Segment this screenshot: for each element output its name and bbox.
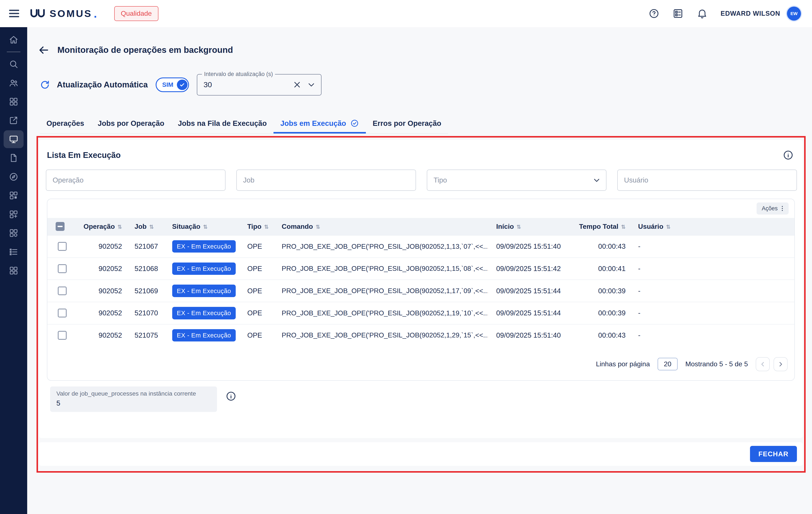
jobs-table: Ações Operação Job Situação Tipo Comando… xyxy=(47,199,795,381)
row-checkbox[interactable] xyxy=(58,242,67,251)
auto-update-toggle[interactable]: SIM xyxy=(156,78,189,92)
tab-label: Jobs em Execução xyxy=(280,119,346,127)
column-header-inicio[interactable]: Início xyxy=(488,222,568,231)
top-bar-actions: EDWARD WILSON EW xyxy=(648,7,801,21)
tab-label: Jobs por Operação xyxy=(98,119,164,127)
sort-icon xyxy=(117,222,122,231)
column-header-tipo[interactable]: Tipo xyxy=(239,222,273,231)
pagination: Linhas por página Mostrando 5 - 5 de 5 xyxy=(47,348,794,380)
column-header-job[interactable]: Job xyxy=(126,222,164,231)
cell-tempo-total: 00:00:43 xyxy=(568,331,630,339)
refresh-icon[interactable] xyxy=(40,80,50,90)
tab-bar: Operações Jobs por Operação Jobs na Fila… xyxy=(40,113,448,134)
cell-usuario: - xyxy=(630,287,794,295)
cell-comando: PRO_JOB_EXE_JOB_OPE('PRO_ESIL_JOB(902052… xyxy=(273,265,488,272)
sidebar-item-home[interactable] xyxy=(4,31,23,49)
hamburger-menu-icon[interactable] xyxy=(8,7,20,20)
cell-job: 521067 xyxy=(126,242,164,250)
user-menu[interactable]: EDWARD WILSON EW xyxy=(721,7,801,21)
sidebar-item-modules-2[interactable] xyxy=(4,205,23,223)
interval-input[interactable] xyxy=(203,81,292,89)
cell-inicio: 09/09/2025 15:51:44 xyxy=(488,309,568,317)
explore-icon xyxy=(9,172,18,181)
sidebar-item-modules-1[interactable] xyxy=(4,187,23,205)
forms-icon[interactable] xyxy=(672,8,684,19)
sidebar-item-monitor[interactable] xyxy=(4,130,23,148)
sidebar-item-dashboard[interactable] xyxy=(4,93,23,111)
job-queue-section: Valor de job_queue_processes na instânci… xyxy=(39,381,803,412)
row-checkbox[interactable] xyxy=(58,331,67,340)
cell-operacao: 902052 xyxy=(73,287,126,295)
somus-logo-icon xyxy=(29,8,46,19)
tab-operacoes[interactable]: Operações xyxy=(40,113,91,133)
info-icon[interactable] xyxy=(783,150,794,161)
cell-tipo: OPE xyxy=(239,242,273,250)
tab-jobs-na-fila[interactable]: Jobs na Fila de Execução xyxy=(171,113,273,133)
notifications-bell-icon[interactable] xyxy=(697,8,708,19)
tab-erros-por-operacao[interactable]: Erros por Operação xyxy=(366,113,448,133)
somus-logo[interactable]: SOMUS . xyxy=(29,7,97,20)
modules-icon xyxy=(9,228,18,238)
column-header-comando[interactable]: Comando xyxy=(273,222,488,231)
column-header-tempo-total[interactable]: Tempo Total xyxy=(568,222,630,231)
page-header: Monitoração de operações em background xyxy=(38,44,233,56)
cell-inicio: 09/09/2025 15:51:40 xyxy=(488,331,568,339)
sidebar-item-modules-4[interactable] xyxy=(4,262,23,279)
app-viewport: SOMUS . Qualidade EDWARD WILSON EW xyxy=(0,0,812,514)
help-icon[interactable] xyxy=(648,8,660,19)
toggle-label: SIM xyxy=(162,81,173,88)
home-icon xyxy=(9,35,18,44)
cell-inicio: 09/09/2025 15:51:42 xyxy=(488,265,568,273)
sort-icon xyxy=(264,222,269,231)
row-checkbox[interactable] xyxy=(58,309,67,318)
acoes-button[interactable]: Ações xyxy=(757,203,789,215)
operacao-filter-input[interactable] xyxy=(46,170,225,191)
row-checkbox[interactable] xyxy=(58,286,67,295)
showing-range-label: Mostrando 5 - 5 de 5 xyxy=(686,360,748,368)
job-filter-input[interactable] xyxy=(236,170,416,191)
tab-label: Erros por Operação xyxy=(373,119,441,127)
document-icon xyxy=(9,153,18,162)
sidebar-item-explore[interactable] xyxy=(4,168,23,186)
lista-em-execucao-card: Lista Em Execução Ações xyxy=(39,140,803,438)
avatar[interactable]: EW xyxy=(787,7,801,21)
info-icon[interactable] xyxy=(226,391,236,402)
filter-bar xyxy=(39,161,803,191)
sidebar-divider xyxy=(7,52,20,52)
previous-page-button[interactable] xyxy=(756,357,770,371)
sidebar-item-modules-3[interactable] xyxy=(4,224,23,242)
dialog-footer: FECHAR xyxy=(39,442,803,466)
cell-usuario: - xyxy=(630,265,794,273)
sidebar-item-document[interactable] xyxy=(4,149,23,167)
fechar-button[interactable]: FECHAR xyxy=(750,446,797,462)
back-arrow-icon[interactable] xyxy=(38,44,50,56)
next-page-button[interactable] xyxy=(774,357,788,371)
status-badge: EX - Em Execução xyxy=(172,284,236,297)
usuario-filter-input[interactable] xyxy=(617,170,797,191)
cell-usuario: - xyxy=(630,309,794,317)
sidebar-item-org-chart[interactable] xyxy=(4,74,23,92)
sidebar-item-search[interactable] xyxy=(4,55,23,73)
sidebar-item-task-list[interactable] xyxy=(4,243,23,261)
tipo-filter-select[interactable] xyxy=(427,170,606,191)
column-header-operacao[interactable]: Operação xyxy=(73,222,126,231)
cell-usuario: - xyxy=(630,242,794,250)
job-queue-box: Valor de job_queue_processes na instânci… xyxy=(50,387,217,412)
cell-tipo: OPE xyxy=(239,331,273,339)
tab-jobs-em-execucao[interactable]: Jobs em Execução xyxy=(273,113,366,133)
sidebar-item-external-link[interactable] xyxy=(4,112,23,129)
column-header-usuario[interactable]: Usuário xyxy=(630,222,794,231)
rows-per-page-input[interactable] xyxy=(658,358,677,370)
table-row: 902052 521070 EX - Em Execução OPE PRO_J… xyxy=(47,302,794,324)
cell-operacao: 902052 xyxy=(73,331,126,339)
select-all-checkbox[interactable] xyxy=(56,222,64,231)
column-header-situacao[interactable]: Situação xyxy=(164,222,239,231)
clear-icon[interactable] xyxy=(292,80,302,89)
chevron-down-icon[interactable] xyxy=(307,80,316,89)
cell-job: 521068 xyxy=(126,265,164,273)
sort-icon xyxy=(316,222,320,231)
row-checkbox[interactable] xyxy=(58,264,67,273)
cell-tempo-total: 00:00:41 xyxy=(568,265,630,273)
tab-jobs-por-operacao[interactable]: Jobs por Operação xyxy=(91,113,171,133)
tab-label: Operações xyxy=(47,119,84,127)
